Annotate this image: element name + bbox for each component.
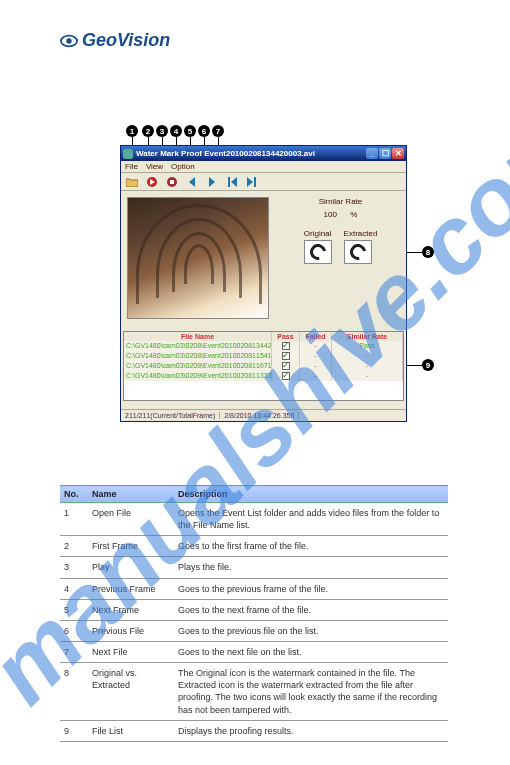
doc-cell-no: 8 xyxy=(60,663,88,721)
doc-row: 9File ListDisplays the proofing results. xyxy=(60,720,448,741)
prev-icon[interactable] xyxy=(185,175,199,189)
cell-filename: C:\GV1480\cam03\0208\Event20100208115410… xyxy=(124,351,272,361)
doc-cell-name: Previous File xyxy=(88,620,174,641)
doc-cell-no: 9 xyxy=(60,720,88,741)
doc-row: 4Previous FrameGoes to the previous fram… xyxy=(60,578,448,599)
col-rate[interactable]: Similar Rate xyxy=(332,332,403,341)
callout-7: 7 xyxy=(212,125,224,137)
menu-view[interactable]: View xyxy=(146,162,163,171)
doc-table: No. Name Description 1Open FileOpens the… xyxy=(60,485,448,742)
menu-option[interactable]: Option xyxy=(171,162,195,171)
menubar: File View Option xyxy=(121,161,406,173)
last-icon[interactable] xyxy=(245,175,259,189)
callout-4: 4 xyxy=(170,125,182,137)
cell-filename: C:\GV1480\cam03\0209\Event20100208113336… xyxy=(124,371,272,381)
watermark-c-icon xyxy=(306,241,328,263)
video-preview xyxy=(127,197,269,319)
svg-rect-4 xyxy=(170,180,174,184)
doc-cell-name: Previous Frame xyxy=(88,578,174,599)
toolbar xyxy=(121,173,406,191)
watermark-proof-window: Water Mark Proof Event20100208134420003.… xyxy=(120,145,407,422)
doc-cell-name: File List xyxy=(88,720,174,741)
doc-cell-desc: Goes to the previous frame of the file. xyxy=(174,578,448,599)
status-time: 2/8/2010 13:44:26.358 xyxy=(220,412,299,419)
doc-cell-name: Open File xyxy=(88,503,174,536)
titlebar[interactable]: Water Mark Proof Event20100208134420003.… xyxy=(121,146,406,161)
table-row[interactable]: C:\GV1480\cam03\0208\Event20100208116719… xyxy=(124,361,403,371)
doc-cell-no: 6 xyxy=(60,620,88,641)
doc-cell-no: 1 xyxy=(60,503,88,536)
svg-point-1 xyxy=(66,38,71,43)
table-header: File Name Pass Failed Similar Rate xyxy=(124,332,403,341)
doc-cell-desc: Goes to the first frame of the file. xyxy=(174,536,448,557)
first-icon[interactable] xyxy=(225,175,239,189)
cell-rate: Pass xyxy=(332,341,403,351)
cell-rate: - xyxy=(332,371,403,381)
similar-rate-box: Similar Rate 100 % xyxy=(283,197,398,219)
doc-cell-desc: Goes to the previous file on the list. xyxy=(174,620,448,641)
checkbox-icon xyxy=(282,342,290,350)
table-row[interactable]: C:\GV1480\cam03\0208\Event20100208134420… xyxy=(124,341,403,351)
cell-filename: C:\GV1480\cam03\0208\Event20100208134420… xyxy=(124,341,272,351)
statusbar: 211/211(Current/TotalFrame) 2/8/2010 13:… xyxy=(121,409,406,421)
doc-cell-no: 4 xyxy=(60,578,88,599)
play-icon[interactable] xyxy=(145,175,159,189)
table-row[interactable]: C:\GV1480\cam03\0209\Event20100208113336… xyxy=(124,371,403,381)
checkbox-icon xyxy=(282,362,290,370)
doc-row: 1Open FileOpens the Event List folder an… xyxy=(60,503,448,536)
cell-failed: - xyxy=(300,371,332,381)
doc-cell-desc: The Original icon is the watermark conta… xyxy=(174,663,448,721)
doc-cell-name: Original vs. Extracted xyxy=(88,663,174,721)
doc-cell-desc: Displays the proofing results. xyxy=(174,720,448,741)
doc-cell-desc: Plays the file. xyxy=(174,557,448,578)
doc-cell-name: Next File xyxy=(88,641,174,662)
brand-logo: GeoVision xyxy=(60,30,170,51)
doc-row: 7Next FileGoes to the next file on the l… xyxy=(60,641,448,662)
callout-9: 9 xyxy=(422,359,434,371)
app-icon xyxy=(123,149,133,159)
cell-failed: - xyxy=(300,341,332,351)
doc-row: 5Next FrameGoes to the next frame of the… xyxy=(60,599,448,620)
doc-cell-no: 3 xyxy=(60,557,88,578)
doc-cell-name: Play xyxy=(88,557,174,578)
file-list-table[interactable]: File Name Pass Failed Similar Rate C:\GV… xyxy=(123,331,404,401)
minimize-button[interactable]: _ xyxy=(366,148,378,159)
next-icon[interactable] xyxy=(205,175,219,189)
table-row[interactable]: C:\GV1480\cam03\0208\Event20100208115410… xyxy=(124,351,403,361)
status-frames: 211/211(Current/TotalFrame) xyxy=(121,412,220,419)
doc-cell-no: 5 xyxy=(60,599,88,620)
doc-cell-desc: Goes to the next file on the list. xyxy=(174,641,448,662)
callout-8: 8 xyxy=(422,246,434,258)
maximize-button[interactable]: ☐ xyxy=(379,148,391,159)
col-filename[interactable]: File Name xyxy=(124,332,272,341)
callout-6: 6 xyxy=(198,125,210,137)
similar-rate-value: 100 xyxy=(324,210,337,219)
doc-cell-desc: Goes to the next frame of the file. xyxy=(174,599,448,620)
cell-failed: - xyxy=(300,351,332,361)
callout-5: 5 xyxy=(184,125,196,137)
doc-cell-desc: Opens the Event List folder and adds vid… xyxy=(174,503,448,536)
close-button[interactable]: ✕ xyxy=(392,148,404,159)
doc-col-no: No. xyxy=(60,486,88,503)
cell-pass xyxy=(272,371,300,381)
stop-icon[interactable] xyxy=(165,175,179,189)
watermark-c-icon xyxy=(346,241,368,263)
similar-rate-unit: % xyxy=(350,210,357,219)
logo-eye-icon xyxy=(60,32,78,50)
window-title: Water Mark Proof Event20100208134420003.… xyxy=(136,149,366,158)
doc-col-name: Name xyxy=(88,486,174,503)
cell-rate: - xyxy=(332,351,403,361)
doc-col-desc: Description xyxy=(174,486,448,503)
doc-cell-no: 2 xyxy=(60,536,88,557)
doc-cell-no: 7 xyxy=(60,641,88,662)
callout-2: 2 xyxy=(142,125,154,137)
checkbox-icon xyxy=(282,372,290,380)
col-failed[interactable]: Failed xyxy=(300,332,332,341)
original-label: Original xyxy=(304,229,332,238)
doc-cell-name: Next Frame xyxy=(88,599,174,620)
original-watermark-box xyxy=(304,240,332,264)
cell-failed: - xyxy=(300,361,332,371)
menu-file[interactable]: File xyxy=(125,162,138,171)
open-folder-icon[interactable] xyxy=(125,175,139,189)
callout-1: 1 xyxy=(126,125,138,137)
